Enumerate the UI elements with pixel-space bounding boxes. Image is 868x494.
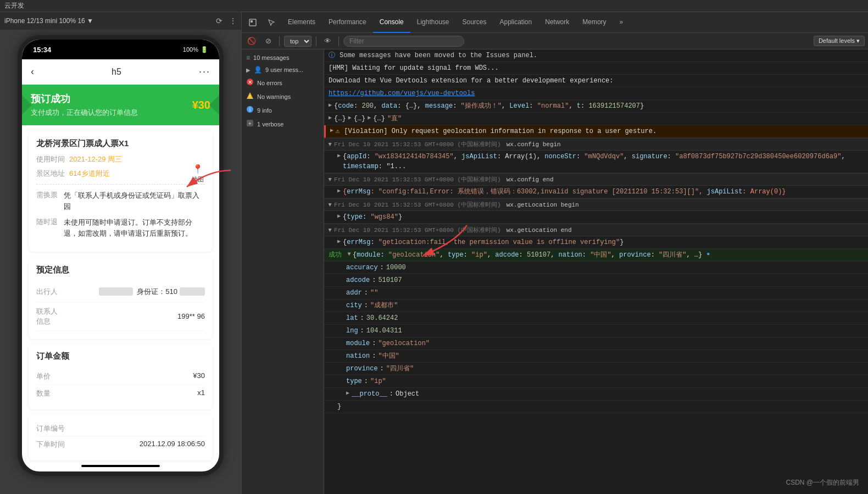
back-button[interactable]: ‹ — [31, 66, 34, 77]
order-no-row: 订单编号 — [36, 421, 205, 436]
tab-lighthouse[interactable]: Lighthouse — [410, 12, 456, 33]
nested-text-2: {…} — [354, 114, 366, 124]
nested-text: {…} — [334, 114, 346, 124]
user-messages-icon: 👤 — [254, 66, 262, 74]
block-icon[interactable]: ⊘ — [261, 35, 275, 48]
expand-wx-getloc[interactable]: ▶ — [327, 203, 333, 206]
eye-icon[interactable]: 👁 — [321, 35, 334, 48]
nested-string: "直" — [387, 114, 402, 124]
key-module: module — [346, 338, 370, 348]
val-adcode: 510107 — [378, 275, 402, 285]
tab-application-label: Application — [500, 18, 532, 26]
key-type: type — [346, 376, 362, 386]
expand-violation[interactable]: ▶ — [330, 126, 333, 135]
sidebar-errors[interactable]: ✕ No errors — [242, 76, 324, 90]
tab-sources-label: Sources — [462, 18, 486, 26]
key-lng: lng — [346, 326, 358, 336]
wx-config-err-text: {errMsg: "config:fail,Error: 系统错误，错误码：63… — [343, 187, 786, 197]
wx-getloc-err-text: {errMsg: "getlocation:fail, the permissi… — [343, 237, 624, 247]
right-arrow-deco — [209, 95, 219, 115]
wx-getloc-begin-header: ▶ Fri Dec 10 2021 15:32:53 GMT+0800 (中国标… — [324, 198, 868, 211]
geo-province: province: "四川省" — [324, 363, 868, 375]
ticket-card: 龙桥河景区门票成人票X1 使用时间 2021-12-29 周三 景区地址 614… — [29, 131, 213, 252]
app-title: h5 — [112, 67, 121, 77]
sidebar-user-messages[interactable]: ▶ 👤 9 user mess... — [242, 64, 324, 76]
success-title: 预订成功 — [31, 92, 138, 106]
console-output[interactable]: ⓘ Some messages have been moved to the I… — [324, 49, 868, 494]
refund-row: 随时退 未使用可随时申请退订。订单不支持部分退，如需改期，请申请退订后重新预订。 — [36, 217, 205, 238]
expand-wx-config-err[interactable]: ▶ — [337, 187, 341, 195]
val-nation: "中国" — [378, 351, 399, 361]
levels-button[interactable]: Default levels ▾ — [814, 36, 865, 46]
geo-dot: ● — [706, 250, 710, 258]
console-vue-1: Download the Vue Devtools extension for … — [324, 75, 868, 87]
wx-config-func: wx.config begin — [507, 141, 561, 148]
more-icon[interactable]: ⋮ — [229, 16, 237, 25]
tab-more[interactable]: » — [613, 12, 630, 33]
expand-wx-config-params[interactable]: ▶ — [337, 152, 341, 160]
map-pin-icon: 📍 — [192, 164, 203, 174]
verbose-icon: ✦ — [246, 119, 254, 129]
pointer-icon[interactable] — [263, 14, 280, 31]
key-city: city — [346, 301, 362, 310]
key-adcode: adcode — [346, 275, 370, 285]
info-label: 9 info — [257, 107, 272, 114]
console-hmr: [HMR] Waiting for update signal from WDS… — [324, 62, 868, 75]
nested-text-3: {…} — [373, 114, 385, 124]
console-nested-obj: ▶ {…} ▶ {…} ▶ {…} "直" — [324, 113, 868, 125]
expand-obj-1[interactable]: ▶ — [329, 101, 332, 109]
rotate-icon[interactable]: ⟳ — [216, 16, 222, 25]
order-amount-section: 订单金额 单价 ¥30 数量 x1 — [29, 343, 213, 409]
tab-performance[interactable]: Performance — [322, 12, 373, 33]
sidebar-verbose[interactable]: ✦ 1 verbose — [242, 117, 324, 131]
sidebar-info[interactable]: i 9 info — [242, 103, 324, 117]
expand-wx-getloc-err[interactable]: ▶ — [337, 237, 341, 246]
device-selector[interactable]: iPhone 12/13 mini 100% 16 ▼ — [4, 17, 93, 25]
clear-icon[interactable]: 🚫 — [245, 35, 258, 48]
contact-row: 联系人信息 199** 96 — [36, 302, 205, 331]
vue-1-text: Download the Vue Devtools extension for … — [329, 76, 613, 86]
ticket-title: 龙桥河景区门票成人票X1 — [36, 138, 205, 149]
geo-city: city: "成都市" — [324, 299, 868, 312]
inspect-icon[interactable] — [244, 14, 261, 31]
tab-console[interactable]: Console — [373, 12, 410, 33]
expand-nested[interactable]: ▶ — [329, 114, 332, 122]
expand-wx-getloc-end[interactable]: ▶ — [327, 228, 333, 231]
more-button[interactable]: ··· — [199, 66, 210, 77]
location-row: 景区地址 614乡道附近 — [36, 169, 205, 179]
use-time-label: 使用时间 — [36, 154, 69, 164]
tab-application[interactable]: Application — [493, 12, 539, 33]
sidebar-all-messages[interactable]: ≡ 10 messages — [242, 52, 324, 64]
top-context-select[interactable]: top — [284, 36, 311, 47]
tab-memory-label: Memory — [582, 18, 606, 26]
order-amount-title: 订单金额 — [36, 351, 205, 362]
geo-nation: nation: "中国" — [324, 350, 868, 363]
map-pin[interactable]: 📍 地图 — [192, 164, 204, 184]
expand-nested-2[interactable]: ▶ — [348, 114, 352, 122]
tab-network[interactable]: Network — [538, 12, 576, 33]
close-brace: } — [337, 402, 341, 412]
tab-lighthouse-label: Lighthouse — [417, 18, 449, 26]
expand-geo[interactable]: ▶ — [345, 252, 353, 256]
expand-wx-config-end[interactable]: ▶ — [327, 177, 333, 181]
tab-sources[interactable]: Sources — [455, 12, 493, 33]
warning-icon: ! — [246, 92, 254, 101]
tab-elements[interactable]: Elements — [281, 12, 322, 33]
expand-proto[interactable]: ▶ — [346, 389, 349, 397]
location-value: 614乡道附近 — [69, 169, 110, 179]
filter-input[interactable] — [343, 36, 464, 47]
val-module: "geolocation" — [378, 338, 430, 348]
wx-getloc-func: wx.getLocation begin — [507, 202, 579, 208]
vue-devtools-link[interactable]: https://github.com/vuejs/vue-devtools — [329, 88, 475, 98]
wx-getloc-params: ▶ {type: "wgs84"} — [324, 211, 868, 224]
expand-wx-config[interactable]: ▶ — [327, 142, 333, 146]
success-sub: 支付成功，正在确认您的订单信息 — [31, 108, 138, 118]
order-time-label: 下单时间 — [36, 440, 65, 449]
verbose-label: 1 verbose — [257, 121, 283, 127]
expand-wx-getloc-params[interactable]: ▶ — [337, 212, 341, 220]
tab-memory[interactable]: Memory — [576, 12, 613, 33]
wx-config-params: ▶ {appId: "wx183412414b784345", jsApiLis… — [324, 151, 868, 173]
sidebar-warnings[interactable]: ! No warnings — [242, 90, 324, 103]
expand-nested-3[interactable]: ▶ — [368, 114, 371, 122]
wx-config-params-text: {appId: "wx183412414b784345", jsApiList:… — [343, 152, 864, 171]
